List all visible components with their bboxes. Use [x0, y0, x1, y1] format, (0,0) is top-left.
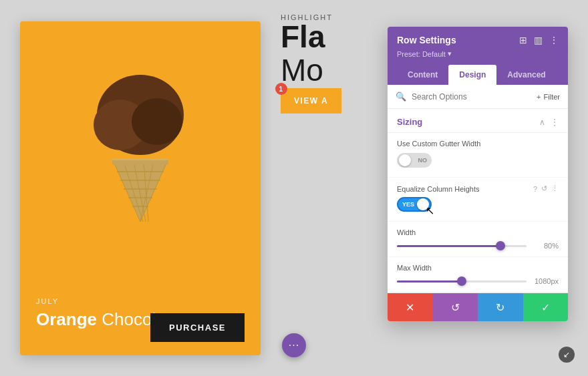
svg-point-2 — [132, 98, 182, 145]
equalize-setting: Equalize Column Heights ? ↺ ⋮ YES ↖ — [388, 178, 568, 222]
toggle-yes-knob — [417, 198, 429, 210]
toggle-yes-label: YES — [402, 201, 414, 208]
tab-advanced[interactable]: Advanced — [496, 65, 556, 85]
max-width-label: Max Width — [397, 264, 559, 272]
equalize-label: Equalize Column Heights — [397, 185, 480, 193]
equalize-label-row: Equalize Column Heights ? ↺ ⋮ — [397, 184, 559, 193]
width-slider-row: 80% — [397, 242, 559, 250]
fullscreen-icon[interactable]: ⊞ — [519, 35, 527, 45]
panel-body: 🔍 + Filter Sizing ∧ ⋮ Use Custom Gutter … — [388, 85, 568, 321]
more-options-icon[interactable]: ⋮ — [549, 35, 559, 45]
redo-button[interactable]: ↻ — [478, 293, 523, 321]
action-bar: ✕ ↺ ↻ ✓ — [388, 293, 568, 321]
panel-header-top: Row Settings ⊞ ▥ ⋮ — [397, 35, 559, 45]
svg-rect-16 — [112, 158, 168, 160]
canvas: JULY Orange Chocolate PURCHASE HIGHLIGHT… — [0, 0, 588, 376]
sizing-section-header: Sizing ∧ ⋮ — [388, 109, 568, 133]
view-button[interactable]: 1 VIEW A — [281, 88, 341, 114]
toggle-knob — [399, 154, 411, 166]
view-badge: 1 — [275, 83, 287, 95]
search-row: 🔍 + Filter — [388, 85, 568, 109]
tab-design[interactable]: Design — [448, 65, 496, 85]
filter-icon: + — [537, 93, 541, 101]
max-width-slider-thumb[interactable] — [457, 276, 466, 286]
search-icon: 🔍 — [396, 91, 406, 102]
width-setting: Width 80% — [388, 222, 568, 257]
max-width-slider-track[interactable] — [397, 280, 527, 283]
filter-button[interactable]: + Filter — [537, 93, 560, 101]
reset-field-icon[interactable]: ↺ — [541, 184, 547, 193]
reset-icon: ↺ — [451, 301, 460, 314]
custom-gutter-toggle-container: NO — [397, 153, 432, 168]
custom-gutter-label: Use Custom Gutter Width — [397, 140, 559, 148]
equalize-toggle[interactable]: YES — [397, 197, 432, 212]
equalize-more-icon[interactable]: ⋮ — [551, 184, 559, 193]
collapse-icon[interactable]: ∧ — [539, 118, 545, 127]
floating-icon: ··· — [289, 339, 299, 351]
sizing-title: Sizing — [397, 117, 422, 127]
save-icon: ✓ — [541, 301, 550, 314]
preset-chevron-icon: ▾ — [448, 49, 452, 58]
search-input[interactable] — [412, 92, 531, 102]
custom-gutter-setting: Use Custom Gutter Width NO — [388, 133, 568, 178]
cancel-button[interactable]: ✕ — [388, 293, 433, 321]
redo-icon: ↻ — [496, 301, 504, 314]
row-settings-panel: Row Settings ⊞ ▥ ⋮ Preset: Default ▾ Con… — [388, 27, 568, 321]
width-label: Width — [397, 228, 559, 236]
panel-header-icons: ⊞ ▥ ⋮ — [519, 35, 559, 45]
width-slider-thumb[interactable] — [496, 241, 505, 250]
card-title-bold: Orange — [36, 309, 97, 329]
tab-content[interactable]: Content — [397, 65, 448, 85]
save-button[interactable]: ✓ — [523, 293, 569, 321]
card-month: JULY — [36, 297, 245, 305]
floating-action-button[interactable]: ··· — [282, 333, 306, 357]
reset-button[interactable]: ↺ — [433, 293, 478, 321]
drag-handle[interactable]: ↙ — [559, 347, 575, 363]
purchase-button[interactable]: PURCHASE — [150, 313, 245, 342]
panel-tabs: Content Design Advanced — [397, 65, 559, 85]
filter-label: Filter — [544, 93, 560, 101]
custom-gutter-toggle[interactable]: NO — [397, 153, 432, 168]
cone-container — [74, 28, 207, 228]
panel-preset: Preset: Default ▾ — [397, 49, 559, 58]
ice-cream-card: JULY Orange Chocolate PURCHASE — [20, 21, 261, 355]
width-slider-track[interactable] — [397, 245, 527, 247]
sizing-more-icon[interactable]: ⋮ — [551, 118, 559, 127]
panel-title: Row Settings — [397, 35, 456, 45]
help-icon[interactable]: ? — [533, 185, 537, 193]
sizing-section-icons: ∧ ⋮ — [539, 118, 559, 127]
max-width-slider-row: 1080px — [397, 277, 559, 285]
cancel-icon: ✕ — [406, 301, 414, 314]
max-width-value: 1080px — [532, 277, 559, 285]
max-width-setting: Max Width 1080px — [388, 257, 568, 293]
max-width-slider-fill — [397, 280, 462, 283]
panel-header: Row Settings ⊞ ▥ ⋮ Preset: Default ▾ Con… — [388, 27, 568, 85]
columns-icon[interactable]: ▥ — [534, 35, 543, 45]
width-slider-fill — [397, 245, 500, 247]
drag-icon: ↙ — [563, 350, 570, 359]
equalize-label-icons: ? ↺ ⋮ — [533, 184, 559, 193]
width-value: 80% — [532, 242, 559, 250]
toggle-no-label: NO — [418, 157, 428, 164]
